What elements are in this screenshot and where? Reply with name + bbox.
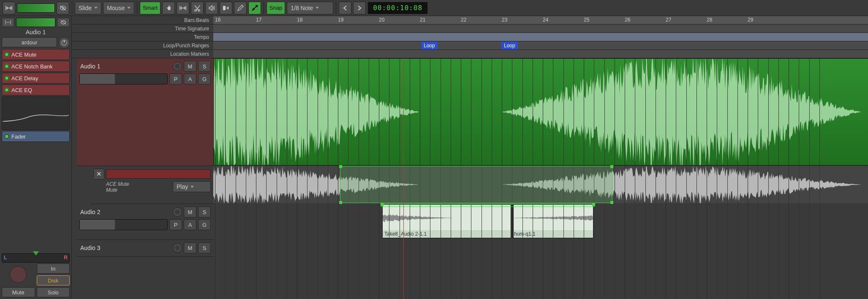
bar-number-label: 27 <box>666 17 671 23</box>
zoom-fit-button[interactable] <box>3 2 15 14</box>
plugin-ace-eq[interactable]: ACE EQ <box>2 84 70 95</box>
plugin-led-icon <box>5 64 9 68</box>
ruler-timesig-body[interactable] <box>213 24 868 33</box>
ruler-location-body[interactable] <box>213 50 868 58</box>
track-mute-button[interactable]: M <box>184 207 196 217</box>
mouse-mode-label: Mouse <box>107 5 125 11</box>
track-group-button[interactable]: G <box>198 73 211 84</box>
monitor-disk-button[interactable]: Disk <box>37 275 70 285</box>
pan-right-label: R <box>64 255 68 261</box>
solo-button[interactable]: Solo <box>37 287 70 297</box>
range-handle-icon[interactable] <box>592 203 595 206</box>
track-lanes-canvas[interactable]: Take8_Audio 2-1.1 hum-q1.1 <box>213 58 868 299</box>
track-solo-button[interactable]: S <box>198 242 211 253</box>
plugin-label: ACE Delay <box>11 75 38 82</box>
playhead[interactable] <box>403 58 404 299</box>
fader-label: Fader <box>11 133 26 140</box>
fader-section[interactable]: Fader <box>2 131 70 142</box>
track-record-button[interactable] <box>173 207 182 217</box>
edit-tool-button[interactable] <box>248 2 261 14</box>
group-button[interactable]: ardour <box>2 37 57 47</box>
bar-number-label: 20 <box>379 17 384 23</box>
zoom-mode-label: Slide <box>79 5 92 11</box>
zoom-mode-dropdown[interactable]: Slide <box>75 2 101 14</box>
plugin-ace-notch-bank[interactable]: ACE Notch Bank <box>2 61 70 72</box>
draw-tool-button[interactable] <box>234 2 247 14</box>
eq-curve-display[interactable] <box>2 96 70 130</box>
width-button[interactable] <box>2 18 14 27</box>
track-header-audio2[interactable]: Audio 2 M S P A G <box>77 204 213 240</box>
plugin-label: ACE Notch Bank <box>11 63 53 70</box>
ruler-timesig-label: Time Signature <box>72 24 213 33</box>
track-solo-button[interactable]: S <box>198 61 211 72</box>
ruler-looppunch-body[interactable]: Loop Loop <box>213 41 868 49</box>
track-group-button[interactable]: G <box>198 219 211 230</box>
range-handle-icon[interactable] <box>381 203 384 206</box>
monitor-in-button[interactable]: In <box>37 264 70 274</box>
track-mute-button[interactable]: M <box>184 242 196 253</box>
timefx-tool-button[interactable] <box>220 2 232 14</box>
plugin-ace-mute[interactable]: ACE Mute <box>2 49 70 60</box>
track-record-button[interactable] <box>173 243 182 253</box>
bar-number-label: 21 <box>420 17 425 23</box>
plugin-ace-delay[interactable]: ACE Delay <box>2 73 70 84</box>
track-automation-button[interactable]: A <box>184 219 196 230</box>
track-playlist-button[interactable]: P <box>169 73 182 84</box>
ruler-barsbeats-body[interactable]: 1617181920212223242526272829 <box>213 16 868 24</box>
snap-button[interactable]: Snap <box>267 2 285 14</box>
loop-start-marker[interactable]: Loop <box>421 42 438 49</box>
selection-handle-icon[interactable] <box>610 201 613 204</box>
meter-strip <box>17 3 55 13</box>
grid-value-label: 1/8 Note <box>291 5 313 11</box>
nudge-back-button[interactable] <box>339 2 351 14</box>
plugin-label: ACE EQ <box>11 87 32 93</box>
mixer-strip: Audio 1 ardour ACE Mute ACE Notch Bank A… <box>0 16 72 299</box>
automation-mode-dropdown[interactable]: Play <box>173 181 211 192</box>
record-arm-button[interactable] <box>10 266 27 283</box>
mouse-mode-dropdown[interactable]: Mouse <box>103 2 134 14</box>
region-audio1[interactable] <box>213 58 868 166</box>
track-fader[interactable] <box>79 73 168 84</box>
ruler-tempo-body[interactable] <box>213 33 868 41</box>
selection-handle-icon[interactable] <box>339 165 342 168</box>
audition-tool-button[interactable] <box>205 2 218 14</box>
grab-tool-button[interactable] <box>162 2 175 14</box>
cut-tool-button[interactable] <box>191 2 204 14</box>
plugin-label: ACE Mute <box>11 52 36 58</box>
track-mute-button[interactable]: M <box>184 61 196 72</box>
bar-number-label: 25 <box>584 17 589 23</box>
automation-lane-header[interactable]: ✕ ACE Mute Mute Play <box>91 166 213 204</box>
nudge-forward-button[interactable] <box>353 2 366 14</box>
range-tool-button[interactable] <box>177 2 189 14</box>
track-automation-button[interactable]: A <box>184 73 196 84</box>
mute-button[interactable]: Mute <box>2 287 35 297</box>
hide-strip-button[interactable] <box>57 18 70 27</box>
track-name: Audio 1 <box>79 63 152 70</box>
smart-mode-button[interactable]: Smart <box>140 2 161 14</box>
selection-range[interactable] <box>340 166 612 203</box>
trim-knob[interactable] <box>59 37 70 48</box>
track-header-audio1[interactable]: Audio 1 M S P A G <box>77 58 213 166</box>
timecode-display[interactable]: 00:00:10:08 <box>367 2 428 14</box>
track-record-button[interactable] <box>173 62 182 71</box>
grid-value-dropdown[interactable]: 1/8 Note <box>287 2 333 14</box>
bar-number-label: 19 <box>338 17 343 23</box>
close-automation-button[interactable]: ✕ <box>93 169 104 179</box>
toolbar: Slide Mouse Smart Snap 1/8 Note 00:00:10… <box>0 0 868 16</box>
selection-handle-icon[interactable] <box>610 165 613 168</box>
rulers: Bars:Beats 1617181920212223242526272829 … <box>72 16 868 58</box>
track-playlist-button[interactable]: P <box>169 219 182 230</box>
visibility-toggle-button[interactable] <box>57 2 69 14</box>
bar-number-label: 26 <box>625 17 630 23</box>
svg-rect-1 <box>223 6 226 10</box>
pan-slider[interactable]: L R <box>2 253 70 263</box>
loop-end-marker[interactable]: Loop <box>501 42 518 49</box>
automation-plugin-label: ACE Mute <box>93 181 171 187</box>
plugin-led-icon <box>5 52 9 57</box>
track-solo-button[interactable]: S <box>198 207 211 217</box>
timeline: Bars:Beats 1617181920212223242526272829 … <box>72 16 868 299</box>
track-fader[interactable] <box>79 219 168 230</box>
svg-point-0 <box>62 7 64 9</box>
selection-handle-icon[interactable] <box>339 201 342 204</box>
track-header-audio3[interactable]: Audio 3 M S <box>77 240 213 257</box>
